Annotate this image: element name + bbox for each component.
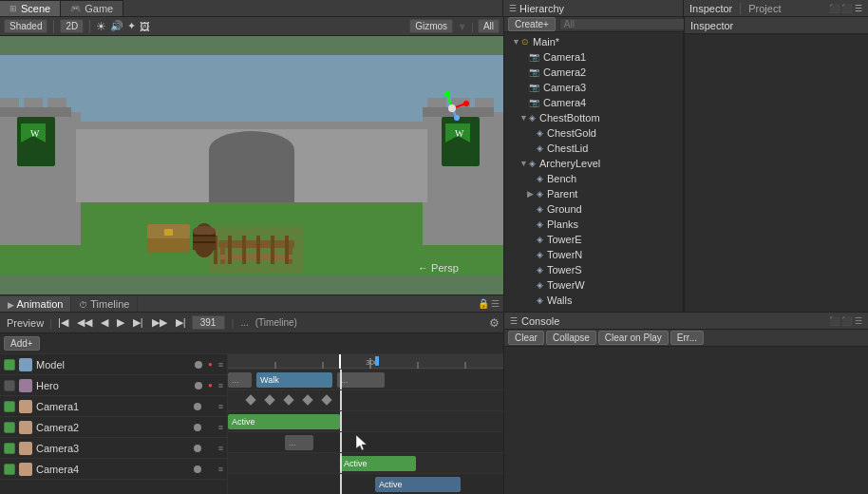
h-item-towern[interactable]: ◈ TowerN <box>504 247 683 262</box>
h-item-chestgold[interactable]: ◈ ChestGold <box>504 125 683 141</box>
create-button[interactable]: Create+ <box>508 17 556 31</box>
separator2 <box>89 20 90 33</box>
camera-icon-3h: 📷 <box>529 83 539 92</box>
console-clear-button[interactable]: Clear <box>508 331 544 345</box>
all-button[interactable]: All <box>478 19 500 33</box>
gizmos-button[interactable]: Gizmos <box>409 19 453 33</box>
scene-icon[interactable]: 🖼 <box>140 21 150 32</box>
svg-rect-31 <box>271 236 274 264</box>
track-dot-camera3 <box>194 445 201 452</box>
tab-timeline[interactable]: ⏱ Timeline <box>71 296 138 312</box>
svg-rect-28 <box>228 236 232 264</box>
light-icon[interactable]: ☀ <box>96 20 106 33</box>
prev-keyframe-btn[interactable]: |◀ <box>55 315 71 330</box>
step-back-btn[interactable]: ◀ <box>98 315 111 330</box>
h-label-camera4: Camera4 <box>543 97 586 108</box>
play-back-btn[interactable]: ◀◀ <box>74 315 95 330</box>
clip-model-walk[interactable]: Walk <box>256 372 332 388</box>
step-fwd-btn[interactable]: ▶| <box>130 315 146 330</box>
h-item-chestbottom[interactable]: ▼ ◈ ChestBottom <box>504 110 683 125</box>
svg-point-21 <box>209 131 294 169</box>
track-checkbox-camera1[interactable] <box>4 401 15 412</box>
scene-icon-h: ⊙ <box>521 37 529 47</box>
h-label-main: Main* <box>533 36 559 48</box>
track-checkbox-model[interactable] <box>4 359 15 370</box>
track-checkbox-hero[interactable] <box>4 380 15 391</box>
h-item-towers[interactable]: ◈ TowerS <box>504 262 683 277</box>
tab-animation[interactable]: ▶ Animation <box>0 296 71 312</box>
console-errorpause-button[interactable]: Err... <box>670 331 704 345</box>
h-item-main[interactable]: ▼ ⊙ Main* <box>504 34 683 49</box>
timeline-track-camera1[interactable]: Active <box>228 411 503 432</box>
track-row-camera4[interactable]: Camera4 ≡ <box>0 459 227 480</box>
fx-icon[interactable]: ✦ <box>127 20 136 32</box>
lock-icon[interactable]: 🔒 <box>478 298 489 309</box>
panel-menu-icon[interactable]: ☰ <box>491 298 500 309</box>
h-item-parent[interactable]: ▶ ◈ Parent <box>504 186 683 201</box>
h-item-archerylevel[interactable]: ▼ ◈ ArcheryLevel <box>504 156 683 171</box>
play-btn[interactable]: ▶ <box>114 315 127 330</box>
h-item-planks[interactable]: ◈ Planks <box>504 217 683 232</box>
track-row-hero[interactable]: Hero ● ≡ <box>0 375 227 396</box>
towern-icon: ◈ <box>537 250 543 259</box>
h-item-towerw[interactable]: ◈ TowerW <box>504 277 683 293</box>
track-record-model[interactable]: ● <box>208 360 213 369</box>
track-checkbox-camera4[interactable] <box>4 464 15 475</box>
hero-icon <box>19 379 32 392</box>
hierarchy-tab-label: Hierarchy <box>519 3 564 14</box>
clip-camera3-active[interactable]: Active <box>340 456 416 471</box>
next-keyframe-btn[interactable]: ▶| <box>173 315 189 330</box>
hero-keyframe-3 <box>283 394 293 405</box>
tab-scene[interactable]: ⊞ Scene <box>0 0 61 16</box>
h-item-camera2[interactable]: 📷 Camera2 <box>504 65 683 80</box>
track-lines-camera4: ≡ <box>218 465 223 474</box>
h-item-towere[interactable]: ◈ TowerE <box>504 232 683 247</box>
console-title: Console <box>521 315 559 327</box>
walls-icon: ◈ <box>537 295 543 305</box>
separator <box>53 20 54 33</box>
console-clearonplay-button[interactable]: Clear on Play <box>598 331 669 345</box>
h-item-chestlid[interactable]: ◈ ChestLid <box>504 141 683 156</box>
towere-icon: ◈ <box>537 235 543 244</box>
h-label-chestgold: ChestGold <box>547 127 596 139</box>
frame-input[interactable] <box>192 315 225 330</box>
scene-view: W W <box>0 36 503 294</box>
towerw-icon: ◈ <box>537 280 543 290</box>
track-checkbox-camera3[interactable] <box>4 443 15 454</box>
h-item-bench[interactable]: ◈ Bench <box>504 171 683 186</box>
track-row-model[interactable]: Model ● ≡ <box>0 354 227 375</box>
timeline-track-model[interactable]: ... Walk ... <box>228 370 503 390</box>
clip-camera4-active[interactable]: Active <box>375 477 461 492</box>
clip-camera1-active[interactable]: Active <box>228 414 340 429</box>
timeline-track-camera4[interactable]: Active <box>228 474 503 494</box>
2d-toggle[interactable]: 2D <box>60 19 84 33</box>
timeline-track-camera3[interactable]: Active <box>228 453 503 474</box>
h-item-ground[interactable]: ◈ Ground <box>504 201 683 217</box>
audio-icon[interactable]: 🔊 <box>110 20 123 32</box>
hierarchy-search-input[interactable] <box>559 18 689 30</box>
track-record-hero[interactable]: ● <box>208 381 213 390</box>
track-row-camera1[interactable]: Camera1 ≡ <box>0 396 227 417</box>
h-label-chestlid: ChestLid <box>547 142 588 154</box>
h-item-camera1[interactable]: 📷 Camera1 <box>504 49 683 65</box>
shading-dropdown[interactable]: Shaded <box>4 19 47 33</box>
h-item-walls[interactable]: ◈ Walls <box>504 293 683 308</box>
h-item-camera3-h[interactable]: 📷 Camera3 <box>504 80 683 95</box>
tab-game[interactable]: 🎮 Game <box>61 0 123 16</box>
track-row-camera3[interactable]: Camera3 ≡ <box>0 438 227 459</box>
add-button[interactable]: Add+ <box>4 336 40 351</box>
track-row-camera2[interactable]: Camera2 ≡ <box>0 417 227 438</box>
timeline-track-hero[interactable] <box>228 390 503 411</box>
h-item-camera4-h[interactable]: 📷 Camera4 <box>504 95 683 110</box>
svg-rect-19 <box>76 122 427 129</box>
h-label-towerw: TowerW <box>547 279 585 291</box>
playhead-hero <box>340 390 342 410</box>
track-checkbox-camera2[interactable] <box>4 422 15 433</box>
playhead-camera1 <box>340 411 342 431</box>
play-fwd-btn[interactable]: ▶▶ <box>149 315 170 330</box>
console-collapse-button[interactable]: Collapse <box>546 331 596 345</box>
timeline-tracks[interactable]: 300 600 <box>228 354 503 494</box>
preview-button[interactable]: Preview <box>4 316 47 330</box>
timeline-track-camera2[interactable]: ... <box>228 432 503 453</box>
settings-icon[interactable]: ⚙ <box>489 316 500 330</box>
